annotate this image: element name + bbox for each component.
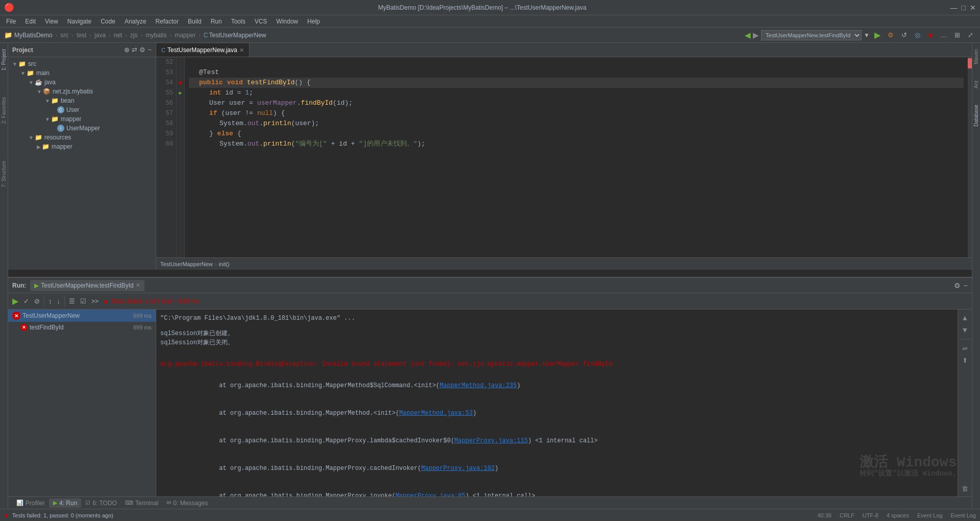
settings-run-icon[interactable]: ⚙ [954,281,961,290]
breadcrumb-class-label: TestUserMapperNew [160,261,213,267]
bottom-tab-run[interactable]: ▶ 4: Run [49,499,81,508]
side-tab-database[interactable]: Database [973,103,979,129]
wrap-icon[interactable]: ⇌ [962,345,968,352]
link-mapperproxyjava102[interactable]: MapperProxy.java:102 [421,465,495,472]
menu-item-vcs[interactable]: VCS [251,17,272,26]
clear-icon[interactable]: 🗑 [962,485,968,492]
side-tab-structure[interactable]: 7: Structure [1,159,7,190]
event-log-button[interactable]: Event Log [917,512,943,518]
breadcrumb-net[interactable]: net [114,32,122,39]
menu-item-edit[interactable]: Edit [21,17,40,26]
run-tab-close[interactable]: ✕ [136,282,140,289]
run-button[interactable]: ▶ [872,30,883,41]
tree-item-src[interactable]: ▼ 📁 src [8,59,156,68]
tree-item-java[interactable]: ▼ ☕ java [8,78,156,87]
rerun-button[interactable]: ✓ [21,296,31,306]
scroll-up-icon[interactable]: ▲ [962,314,969,322]
breadcrumb-file[interactable]: C TestUserMapperNew [204,32,266,39]
minimize-button[interactable]: — [950,4,958,12]
sort-az-button[interactable]: ↕ [46,296,54,306]
tree-item-user[interactable]: C User [8,105,156,114]
link-mappermethodjava235[interactable]: MapperMethod.java:235 [439,382,517,389]
status-indent[interactable]: 4 spaces [887,512,909,518]
method-selector[interactable]: TestUserMapperNew.testFindById [761,30,862,40]
coverage-button[interactable]: ◎ [912,30,923,41]
expand-button[interactable]: ⤢ [965,30,976,41]
filter-check-button[interactable]: ☑ [78,296,88,306]
tree-item-main[interactable]: ▼ 📁 main [8,68,156,78]
menu-item-analyze[interactable]: Analyze [120,17,151,26]
settings-icon[interactable]: ⚙ [139,46,145,54]
breakpoint-54[interactable]: ● [177,78,184,88]
forward-nav-icon[interactable]: ▶ [753,31,759,40]
tree-item-mapper-res[interactable]: ▶ 📁 mapper [8,142,156,151]
side-tab-maven[interactable]: Maven [973,47,979,66]
stop-tests-button[interactable]: ⊘ [32,296,42,306]
sync-icon[interactable]: ⇄ [132,46,137,54]
breadcrumb-src[interactable]: src [60,32,68,39]
menu-item-build[interactable]: Build [184,17,206,26]
output-panel[interactable]: "C:\Program Files\Java\jdk1.8.0_181\bin\… [156,310,958,496]
run-indicator-55[interactable]: ▶ [177,88,184,98]
build-button[interactable]: ⚙ [885,30,896,41]
link-mapperproxyjava115[interactable]: MapperProxy.java:115 [454,437,528,444]
run-tab-active[interactable]: ▶ TestUserMapperNew.testFindById ✕ [30,280,144,291]
status-encoding[interactable]: CRLF [840,512,854,518]
menu-item-file[interactable]: File [2,17,20,26]
menu-item-view[interactable]: View [41,17,62,26]
status-charset[interactable]: UTF-8 [863,512,878,518]
project-name[interactable]: MyBatisDemo [14,32,53,39]
bottom-tab-profiler[interactable]: 📊 Profiler [12,499,49,508]
menu-item-help[interactable]: Help [303,17,324,26]
back-nav-icon[interactable]: ◀ [745,31,751,40]
refresh-button[interactable]: ↺ [898,30,910,41]
scroll-down-icon[interactable]: ▼ [962,326,969,334]
maximize-button[interactable]: □ [962,4,966,12]
menu-item-navigate[interactable]: Navigate [63,17,95,26]
sort-time-button[interactable]: ↓ [55,296,63,306]
side-tab-favorites[interactable]: 2: Favorites [1,95,7,126]
test-item-class[interactable]: ✕ TestUserMapperNew 699 ms [8,310,156,322]
editor-scrollbar[interactable] [968,57,972,257]
menu-item-tools[interactable]: Tools [227,17,250,26]
layout-button[interactable]: ⊞ [951,30,963,41]
menu-item-code[interactable]: Code [96,17,119,26]
breadcrumb-test[interactable]: test [77,32,86,39]
code-editor[interactable]: 52 53 54 55 56 57 58 59 60 [156,57,972,257]
bottom-tab-messages[interactable]: ✉ 0: Messages [162,499,212,508]
editor-tab-main[interactable]: C TestUserMapperNew.java ✕ [156,43,250,57]
breadcrumb-mapper[interactable]: mapper [175,32,195,39]
event-log-label[interactable]: Event Log [950,512,976,518]
chevron-down-icon[interactable]: ▼ [864,32,870,39]
bottom-tab-todo[interactable]: ☑ 6: TODO [81,499,121,508]
link-mappermethodjava53[interactable]: MapperMethod.java:53 [399,410,473,417]
minimize-panel-icon[interactable]: − [148,46,152,54]
test-item-method[interactable]: ✕ testFindById 699 ms [8,322,156,333]
menu-item-refactor[interactable]: Refactor [152,17,183,26]
more-button[interactable]: … [938,30,949,41]
minimize-run-icon[interactable]: − [964,281,968,290]
bottom-tab-terminal[interactable]: ⌨ Terminal [121,499,162,508]
tree-item-usermapper[interactable]: i UserMapper [8,124,156,133]
add-icon[interactable]: ⊕ [124,46,130,54]
code-content[interactable]: @Test public void testFindById() { int i… [185,57,968,257]
run-tests-button[interactable]: ▶ [10,295,20,307]
stop-button[interactable]: ■ [925,30,936,41]
tree-item-mapper-pkg[interactable]: ▼ 📁 mapper [8,114,156,124]
link-mapperproxyjava85[interactable]: MapperProxy.java:85 [396,492,465,496]
filter-button[interactable]: ☰ [67,296,77,306]
side-tab-ant[interactable]: Ant [973,79,979,90]
menu-item-run[interactable]: Run [207,17,226,26]
tree-item-resources[interactable]: ▼ 📁 resources [8,133,156,142]
close-button[interactable]: ✕ [970,4,976,12]
breadcrumb-zjs[interactable]: zjs [130,32,138,39]
menu-item-window[interactable]: Window [272,17,302,26]
breadcrumb-java[interactable]: java [94,32,106,39]
tree-item-package[interactable]: ▼ 📦 net.zjs.mybatis [8,87,156,96]
tree-item-bean[interactable]: ▼ 📁 bean [8,96,156,105]
tab-close-icon[interactable]: ✕ [239,47,244,54]
folder-icon: 📁 [51,115,59,123]
breadcrumb-mybatis[interactable]: mybatis [145,32,166,39]
export-icon[interactable]: ⬆ [962,357,968,364]
side-tab-project[interactable]: 1: Project [1,47,7,73]
